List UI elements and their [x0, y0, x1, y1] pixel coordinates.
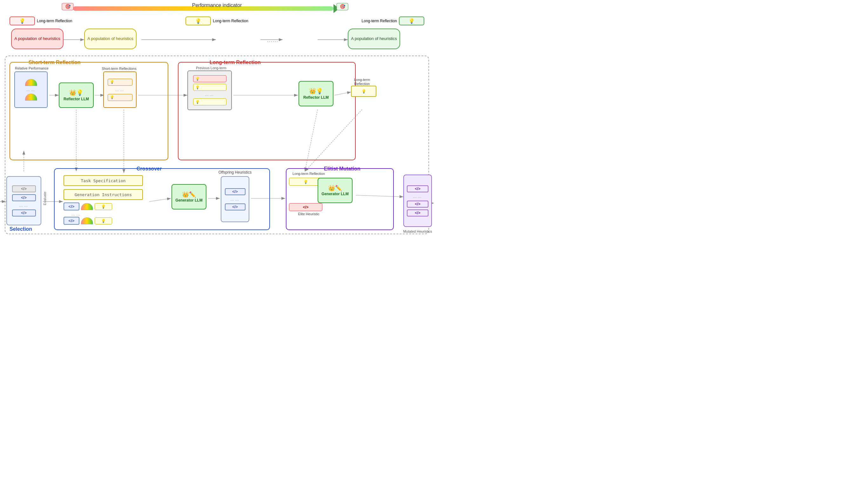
- pop-green: A population of heuristics: [348, 29, 400, 49]
- elite-heuristic-label: Elite Heuristic: [290, 212, 328, 216]
- legend-yellow-box: 💡: [185, 17, 211, 25]
- sel-dots: ……: [19, 203, 29, 208]
- short-term-reflections-box: 💡 …… 💡: [103, 71, 136, 108]
- gen-instr-label: Generation Instructions: [75, 192, 132, 197]
- generator-llm-2-label: Generator LLM: [321, 192, 348, 196]
- plt-item-red: 💡: [193, 75, 226, 82]
- crossover-row-2: </> 💡: [64, 217, 112, 225]
- generator-llm-1-label: Generator LLM: [175, 198, 202, 202]
- mut-code-2: </>: [407, 200, 429, 208]
- ltr-output-label: Long-term Reflection: [346, 78, 378, 86]
- task-spec-label: Task Specification: [81, 179, 126, 183]
- legend-yellow-label: Long-term Reflection: [213, 19, 248, 23]
- relative-performance-box: ……: [14, 71, 48, 108]
- prev-ltr-box: 💡 💡 …… 💡: [187, 70, 232, 110]
- reflector-llm-1: 👑💡 Reflector LLM: [59, 83, 94, 108]
- pop-red-label: A population of heuristics: [14, 36, 60, 41]
- task-spec-box: Task Specification: [64, 175, 143, 186]
- legend-yellow: 💡 Long-term Reflection: [185, 17, 248, 25]
- input-dots-container: ⋯: [0, 176, 6, 225]
- legend-red-box: 💡: [9, 17, 35, 25]
- gen-instr-box: Generation Instructions: [64, 189, 143, 200]
- mut-code-1: </>: [407, 185, 429, 192]
- svg-marker-4: [334, 4, 339, 13]
- svg-rect-5: [62, 3, 73, 10]
- gauge-icon-2: [25, 94, 37, 101]
- svg-text:🎯: 🎯: [340, 4, 345, 9]
- pop-yellow-label: A population of heuristics: [87, 36, 133, 41]
- sel-code-blue-1: </>: [12, 194, 36, 201]
- ltr-elitist-label: Long-term Reflection: [290, 171, 328, 176]
- legend-red: 💡 Long-term Reflection: [9, 17, 72, 25]
- refl-box-cross-2: 💡: [95, 217, 112, 224]
- legend-green-label: Long-term Reflection: [362, 19, 397, 23]
- legend-green-box: 💡: [399, 17, 424, 25]
- selection-pop-box: </> </> …… </>: [6, 176, 41, 225]
- code-box-1: </>: [64, 202, 80, 211]
- selection-label: Selection: [9, 226, 32, 232]
- legend-row: 💡 Long-term Reflection 💡 Long-term Refle…: [9, 17, 424, 25]
- str-item-1: 💡: [108, 79, 132, 86]
- mut-dots: ……: [413, 194, 423, 199]
- pop-yellow: A population of heuristics: [84, 29, 136, 49]
- legend-green: Long-term Reflection 💡: [362, 17, 424, 25]
- offspring-dots: ……: [230, 197, 240, 201]
- str-item-2: 💡: [108, 94, 132, 101]
- plt-item-yellow-2: 💡: [193, 98, 226, 105]
- offspring-box: </> …… </>: [221, 176, 249, 222]
- perf-title: Performance indicator: [192, 3, 242, 8]
- relative-performance-label: Relative Performance: [14, 66, 49, 70]
- sel-code-blue-2: </>: [12, 210, 36, 217]
- svg-text:🎯: 🎯: [65, 4, 71, 9]
- input-dots: ⋯: [1, 198, 5, 203]
- gauge-icon-1: [25, 79, 37, 86]
- dots-rp: ……: [26, 88, 36, 92]
- plt-dots: ……: [205, 92, 214, 97]
- reflector-llm-2: 👑💡 Reflector LLM: [299, 81, 334, 106]
- pop-red: A population of heuristics: [11, 29, 64, 49]
- plt-item-yellow-1: 💡: [193, 84, 226, 91]
- mutated-heuristics-box: </> …… </> </>: [403, 174, 432, 227]
- svg-rect-7: [337, 3, 348, 10]
- diagram: 🎯 🎯: [0, 0, 434, 239]
- offspring-code-1: </>: [225, 188, 246, 195]
- mut-code-3: </>: [407, 210, 429, 217]
- offspring-label: Offspring Heuristics: [218, 170, 252, 174]
- elite-heuristic-box: </>: [289, 203, 322, 211]
- reflector-llm-2-label: Reflector LLM: [303, 95, 329, 100]
- crossover-dots-row: ……: [71, 212, 81, 217]
- mutated-heuristics-label: Mutated Heuristics: [402, 229, 434, 233]
- refl-box-cross-1: 💡: [95, 203, 112, 210]
- pop-green-label: A population of heuristics: [351, 36, 397, 41]
- legend-red-label: Long-term Reflection: [37, 19, 72, 23]
- svg-text:……: ……: [267, 37, 278, 43]
- generator-llm-1: 👑✏️ Generator LLM: [172, 184, 207, 210]
- crossover-row-1: </> 💡: [64, 202, 112, 211]
- reflector-llm-1-label: Reflector LLM: [64, 97, 89, 101]
- gauge-icon-cross-1: [81, 203, 93, 210]
- short-term-reflections-label: Short-term Reflections: [100, 67, 138, 71]
- offspring-code-2: </>: [225, 203, 246, 211]
- sel-code-gray: </>: [12, 185, 36, 192]
- gauge-icon-cross-2: [81, 217, 93, 224]
- generator-llm-2: 👑✏️ Generator LLM: [318, 178, 352, 203]
- str-dots: ……: [115, 88, 125, 92]
- ltr-output-box: 💡: [351, 86, 376, 97]
- code-box-2: </>: [64, 217, 80, 225]
